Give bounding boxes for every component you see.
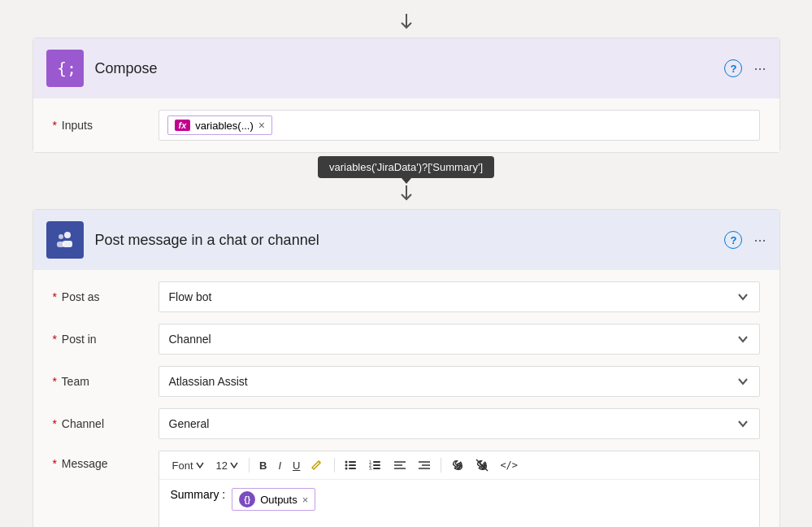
inputs-token: fx variables(...) × bbox=[167, 115, 273, 135]
team-row: * Team Atlassian Assist bbox=[53, 366, 760, 397]
compose-help-icon: ? bbox=[724, 59, 742, 77]
post-in-dropdown[interactable]: Channel bbox=[158, 324, 760, 355]
underline-button[interactable]: U bbox=[288, 457, 305, 474]
outputs-token: {} Outputs × bbox=[232, 488, 315, 511]
middle-connector bbox=[397, 185, 416, 204]
channel-dropdown[interactable]: General bbox=[158, 408, 760, 439]
compose-more-button[interactable]: ··· bbox=[753, 60, 766, 77]
post-in-label: * Post in bbox=[53, 333, 158, 346]
numbered-list-button[interactable]: 1.2.3. bbox=[364, 456, 387, 474]
team-dropdown[interactable]: Atlassian Assist bbox=[158, 366, 760, 397]
teams-card-icon bbox=[46, 221, 84, 259]
svg-rect-9 bbox=[349, 461, 356, 463]
post-as-dropdown[interactable]: Flow bot bbox=[158, 281, 760, 312]
bullet-list-button[interactable] bbox=[340, 456, 363, 474]
teams-card-header: Post message in a chat or channel ? ··· bbox=[33, 210, 779, 270]
svg-rect-17 bbox=[373, 464, 380, 466]
compose-card-header: {;} Compose ? ··· bbox=[33, 38, 779, 98]
message-value: Font 12 B I U bbox=[158, 451, 760, 527]
token-close[interactable]: × bbox=[258, 119, 265, 132]
font-selector[interactable]: Font bbox=[167, 457, 210, 474]
svg-point-3 bbox=[64, 232, 71, 238]
inputs-label: * Inputs bbox=[53, 119, 158, 132]
svg-text:{;}: {;} bbox=[57, 59, 76, 78]
teams-card-body: * Post as Flow bot * Post in Channel bbox=[33, 270, 779, 527]
bold-button[interactable]: B bbox=[254, 457, 271, 474]
toolbar-sep-2 bbox=[334, 458, 335, 473]
compose-card: {;} Compose ? ··· * Inputs fx bbox=[33, 37, 780, 153]
post-as-value: Flow bot bbox=[158, 281, 760, 312]
outputs-token-close[interactable]: × bbox=[302, 494, 309, 506]
tooltip-bubble: variables('JiraData')?['Summary'] bbox=[318, 156, 494, 178]
svg-point-12 bbox=[345, 468, 348, 470]
svg-rect-19 bbox=[373, 468, 380, 469]
post-as-label: * Post as bbox=[53, 290, 158, 303]
inputs-field-row: * Inputs fx variables(...) × bbox=[53, 110, 760, 141]
italic-button[interactable]: I bbox=[273, 457, 286, 474]
svg-point-5 bbox=[59, 234, 63, 239]
svg-rect-15 bbox=[373, 461, 380, 463]
teams-more-button[interactable]: ··· bbox=[753, 232, 766, 249]
teams-card-title: Post message in a chat or channel bbox=[95, 232, 725, 249]
channel-value: General bbox=[158, 408, 760, 439]
message-editor[interactable]: Font 12 B I U bbox=[158, 451, 760, 527]
svg-point-10 bbox=[345, 464, 348, 467]
token-text: variables(...) bbox=[195, 120, 254, 132]
message-row: * Message Font 12 B bbox=[53, 451, 760, 527]
compose-help-button[interactable]: ? bbox=[724, 59, 742, 77]
link-button[interactable] bbox=[446, 456, 469, 474]
svg-rect-11 bbox=[349, 464, 356, 466]
teams-card: Post message in a chat or channel ? ··· … bbox=[33, 209, 780, 527]
toolbar-sep-3 bbox=[441, 458, 441, 473]
team-value: Atlassian Assist bbox=[158, 366, 760, 397]
top-connector bbox=[397, 13, 416, 33]
post-in-value: Channel bbox=[158, 324, 760, 355]
svg-text:3.: 3. bbox=[369, 466, 372, 471]
align-right-button[interactable] bbox=[413, 456, 436, 474]
svg-point-8 bbox=[345, 461, 348, 464]
teams-card-actions: ? ··· bbox=[724, 231, 766, 249]
code-button[interactable]: </> bbox=[495, 457, 523, 473]
message-label: * Message bbox=[53, 457, 158, 470]
teams-help-button[interactable]: ? bbox=[724, 231, 742, 249]
highlight-button[interactable] bbox=[306, 456, 329, 474]
post-in-row: * Post in Channel bbox=[53, 324, 760, 355]
editor-toolbar: Font 12 B I U bbox=[159, 451, 759, 480]
channel-row: * Channel General bbox=[53, 408, 760, 439]
editor-summary-text: Summary : bbox=[171, 488, 226, 501]
editor-content[interactable]: Summary : {} Outputs × bbox=[159, 480, 759, 527]
post-as-row: * Post as Flow bot bbox=[53, 281, 760, 312]
fx-icon: fx bbox=[175, 120, 191, 131]
compose-card-body: * Inputs fx variables(...) × bbox=[33, 98, 779, 152]
compose-card-actions: ? ··· bbox=[724, 59, 766, 77]
team-label: * Team bbox=[53, 375, 158, 388]
tooltip-section: variables('JiraData')?['Summary'] bbox=[318, 156, 494, 209]
inputs-value: fx variables(...) × bbox=[158, 110, 760, 141]
svg-line-7 bbox=[319, 461, 320, 463]
compose-card-icon: {;} bbox=[46, 50, 84, 87]
svg-rect-6 bbox=[57, 242, 64, 247]
outputs-token-icon: {} bbox=[239, 491, 255, 507]
inputs-token-area[interactable]: fx variables(...) × bbox=[158, 110, 760, 141]
unlink-button[interactable] bbox=[471, 456, 493, 474]
compose-card-title: Compose bbox=[95, 60, 725, 77]
outputs-token-label: Outputs bbox=[260, 494, 297, 506]
channel-label: * Channel bbox=[53, 417, 158, 430]
align-left-button[interactable] bbox=[389, 456, 411, 474]
font-size-selector[interactable]: 12 bbox=[211, 457, 244, 474]
svg-rect-13 bbox=[349, 468, 356, 469]
toolbar-sep-1 bbox=[249, 458, 250, 473]
teams-help-icon: ? bbox=[724, 231, 742, 249]
